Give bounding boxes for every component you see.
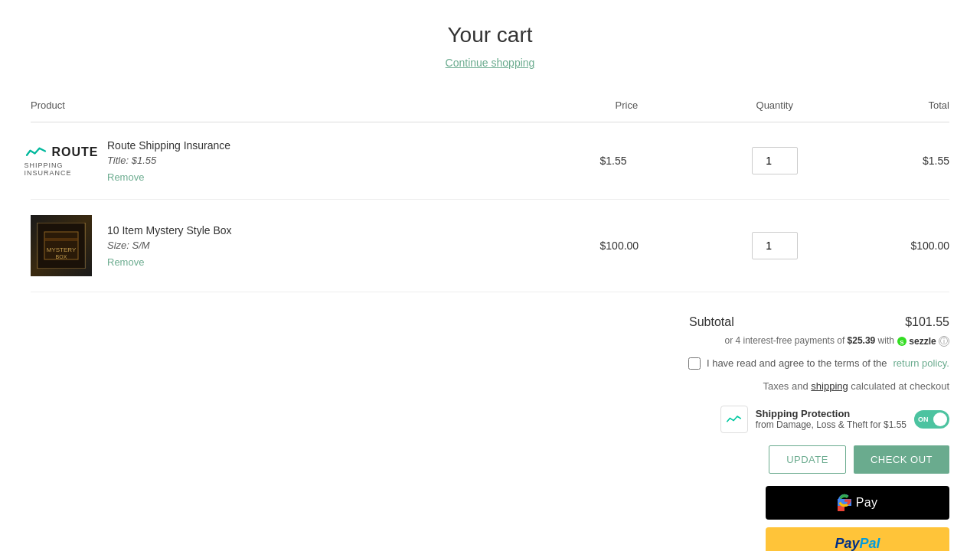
paypal-text: PayPal: [835, 536, 880, 551]
svg-rect-2: [44, 238, 78, 241]
col-header-total: Total: [840, 92, 949, 122]
svg-text:MYSTERY: MYSTERY: [47, 246, 77, 253]
cart-footer: Subtotal $101.55 or 4 interest-free paym…: [31, 315, 949, 551]
gpay-pay-text: Pay: [856, 496, 877, 510]
toggle-knob: [933, 412, 947, 426]
shipping-protection-title: Shipping Protection: [756, 408, 906, 419]
page-title: Your cart: [31, 23, 949, 47]
product-image: MYSTERY BOX: [31, 215, 92, 276]
product-meta: Size: S/M: [107, 240, 232, 251]
item-quantity-cell: [710, 122, 840, 200]
table-row: ROUTE SHIPPING INSURANCE Route Shipping …: [31, 122, 949, 200]
route-logo-image: ROUTE SHIPPING INSURANCE: [31, 138, 92, 184]
shipping-protection-toggle[interactable]: ON: [914, 410, 949, 429]
item-quantity-cell: [710, 200, 840, 292]
item-total: $100.00: [840, 200, 949, 292]
product-name: Route Shipping Insurance: [107, 139, 230, 152]
terms-checkbox[interactable]: [688, 357, 701, 370]
terms-text: I have read and agree to the terms of th…: [707, 357, 887, 369]
product-meta: Title: $1.55: [107, 155, 230, 166]
product-name: 10 Item Mystery Style Box: [107, 224, 232, 236]
product-cell: MYSTERY BOX 10 Item Mystery Style BoxSiz…: [31, 215, 600, 276]
taxes-text: Taxes and: [763, 380, 808, 392]
product-info: Route Shipping InsuranceTitle: $1.55Remo…: [107, 139, 230, 183]
checkout-button[interactable]: CHECK OUT: [854, 445, 949, 474]
col-header-product: Product: [31, 92, 600, 122]
item-price: $1.55: [600, 122, 710, 200]
cart-table: Product Price Quantity Total ROUTE SHIPP…: [31, 92, 949, 292]
subtotal-row: Subtotal $101.55: [689, 315, 949, 329]
svg-text:S: S: [900, 338, 905, 345]
subtotal-label: Subtotal: [689, 315, 734, 329]
shipping-link[interactable]: shipping: [811, 380, 848, 392]
route-small-icon: [720, 406, 748, 433]
col-header-price: Price: [600, 92, 710, 122]
quantity-input[interactable]: [752, 232, 798, 259]
taxes-row: Taxes and shipping calculated at checkou…: [763, 380, 949, 392]
continue-shopping-link[interactable]: Continue shopping: [31, 57, 949, 69]
action-buttons: UPDATE CHECK OUT: [769, 445, 949, 474]
svg-rect-0: [38, 223, 84, 269]
quantity-input[interactable]: [752, 147, 798, 174]
return-policy-link[interactable]: return policy.: [893, 357, 949, 369]
remove-link[interactable]: Remove: [107, 171, 144, 183]
svg-rect-1: [44, 232, 78, 259]
table-row: MYSTERY BOX 10 Item Mystery Style BoxSiz…: [31, 200, 949, 292]
taxes-suffix: calculated at checkout: [851, 380, 949, 392]
subtotal-value: $101.55: [905, 315, 949, 329]
update-button[interactable]: UPDATE: [769, 445, 846, 474]
terms-row: I have read and agree to the terms of th…: [688, 357, 949, 370]
protection-text: Shipping Protection from Damage, Loss & …: [756, 408, 906, 430]
col-header-quantity: Quantity: [710, 92, 840, 122]
shipping-protection-row: Shipping Protection from Damage, Loss & …: [720, 406, 949, 433]
gpay-button[interactable]: Pay: [766, 486, 949, 520]
toggle-on-text: ON: [918, 416, 929, 423]
sezzle-row: or 4 interest-free payments of $25.39 wi…: [725, 335, 950, 347]
item-total: $1.55: [840, 122, 949, 200]
remove-link[interactable]: Remove: [107, 256, 144, 268]
sezzle-info-icon[interactable]: ⓘ: [939, 336, 949, 347]
product-cell: ROUTE SHIPPING INSURANCE Route Shipping …: [31, 138, 600, 184]
paypal-button[interactable]: PayPal: [766, 527, 949, 551]
google-g-icon: [838, 494, 851, 511]
product-info: 10 Item Mystery Style BoxSize: S/MRemove: [107, 224, 232, 268]
shipping-protection-sub: from Damage, Loss & Theft for $1.55: [756, 419, 906, 430]
svg-text:BOX: BOX: [56, 254, 67, 259]
item-price: $100.00: [600, 200, 710, 292]
